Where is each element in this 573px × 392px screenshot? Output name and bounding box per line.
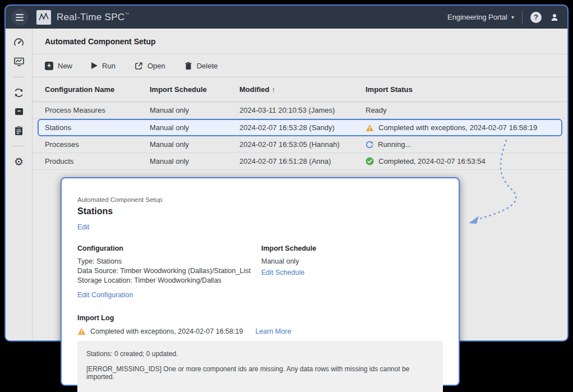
app-logo-icon (36, 10, 51, 25)
stations-detail-card: Automated Component Setup Stations Edit … (61, 177, 460, 386)
configuration-data-source: Data Source: Timber Woodworking (Dallas)… (77, 266, 261, 276)
warning-icon (77, 328, 86, 335)
import-log-heading: Import Log (77, 314, 442, 322)
running-refresh-icon (366, 141, 373, 149)
help-icon[interactable]: ? (530, 12, 542, 23)
import-log-section: Import Log Completed with exceptions, 20… (77, 314, 442, 392)
trash-icon (184, 62, 192, 70)
open-external-icon (135, 62, 143, 70)
hamburger-menu-icon[interactable] (11, 9, 28, 26)
import-schedule-value: Manual only (261, 257, 316, 266)
table-row-processes[interactable]: Processes Manual only 2024-02-07 16:53:0… (33, 136, 567, 153)
portal-dropdown[interactable]: Engineering Portal ▾ (447, 13, 514, 21)
import-log-status: Completed with exceptions, 2024-02-07 16… (90, 328, 243, 335)
success-check-icon (366, 157, 374, 165)
app-title: Real-Time SPC™ (57, 12, 130, 23)
run-button[interactable]: Run (91, 62, 115, 70)
clipboard-icon[interactable] (6, 122, 33, 139)
play-icon (91, 62, 98, 69)
import-schedule-section: Import Schedule Manual only Edit Schedul… (261, 245, 316, 299)
import-schedule-heading: Import Schedule (261, 245, 316, 252)
warning-icon (366, 124, 374, 132)
open-button[interactable]: Open (135, 62, 165, 70)
chevron-down-icon: ▾ (511, 14, 514, 20)
portal-label: Engineering Portal (447, 13, 507, 21)
user-icon[interactable] (549, 12, 560, 22)
configuration-storage-location: Storage Location: Timber Woodworking/Dal… (77, 276, 261, 285)
table-header: Configuration Name Import Schedule Modif… (33, 77, 567, 102)
archive-box-icon[interactable] (6, 103, 33, 120)
configuration-heading: Configuration (77, 245, 261, 252)
trademark: ™ (124, 12, 129, 17)
import-log-output: Stations: 0 created; 0 updated. [ERROR_M… (77, 341, 443, 392)
column-modified[interactable]: Modified↑ (239, 85, 366, 94)
log-line: Stations: 0 created; 0 updated. (86, 350, 434, 358)
plus-icon: + (45, 62, 53, 70)
page-header: Automated Component Setup (33, 29, 567, 54)
top-navbar: Real-Time SPC™ Engineering Portal ▾ ? (6, 6, 567, 29)
toolbar: + New Run Open (33, 54, 567, 77)
delete-button[interactable]: Delete (184, 62, 218, 70)
column-configuration-name[interactable]: Configuration Name (45, 85, 150, 94)
new-button[interactable]: + New (45, 62, 72, 70)
sidebar-divider (13, 146, 25, 146)
monitor-chart-icon[interactable] (6, 53, 33, 70)
log-line: [ERROR_MISSING_IDS] One or more componen… (86, 365, 434, 381)
edit-schedule-link[interactable]: Edit Schedule (261, 269, 304, 276)
column-import-status[interactable]: Import Status (366, 85, 567, 94)
table-row-products[interactable]: Products Manual only 2024-02-07 16:51:28… (33, 153, 567, 170)
table-row-process-measures[interactable]: Process Measures Manual only 2024-03-11 … (33, 102, 567, 119)
configuration-section: Configuration Type: Stations Data Source… (77, 245, 261, 299)
screenshot-stage: Real-Time SPC™ Engineering Portal ▾ ? (0, 0, 573, 392)
sync-icon[interactable] (6, 84, 33, 101)
edit-configuration-link[interactable]: Edit Configuration (77, 291, 133, 299)
learn-more-link[interactable]: Learn More (255, 328, 291, 335)
navbar-divider (522, 11, 523, 24)
page-title: Automated Component Setup (45, 37, 156, 46)
left-sidebar: ⚙ (6, 29, 33, 340)
import-log-status-row: Completed with exceptions, 2024-02-07 16… (77, 328, 442, 335)
navbar-right: Engineering Portal ▾ ? (447, 11, 560, 24)
card-columns: Configuration Type: Stations Data Source… (77, 245, 442, 299)
card-title: Stations (77, 206, 442, 216)
configuration-type: Type: Stations (77, 257, 261, 266)
sidebar-divider (13, 77, 25, 77)
edit-link[interactable]: Edit (77, 223, 442, 231)
gauge-icon[interactable] (6, 34, 33, 51)
column-import-schedule[interactable]: Import Schedule (150, 85, 239, 94)
settings-gear-icon[interactable]: ⚙ (6, 153, 33, 170)
config-table: Configuration Name Import Schedule Modif… (33, 77, 567, 170)
table-row-stations-selected[interactable]: Stations Manual only 2024-02-07 16:53:28… (38, 119, 562, 136)
breadcrumb: Automated Component Setup (77, 196, 442, 203)
sort-ascending-icon: ↑ (271, 85, 275, 94)
